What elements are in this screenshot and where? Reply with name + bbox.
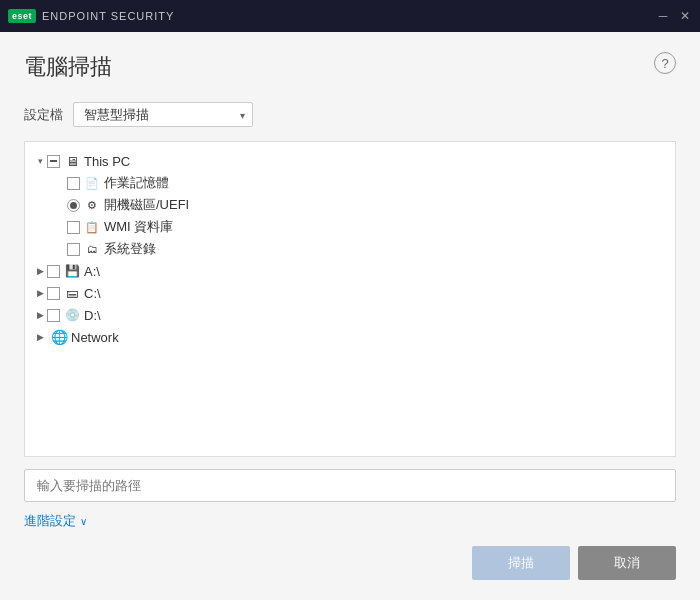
tree-item-drive-d[interactable]: ▶ 💿 D:\: [29, 304, 671, 326]
profile-select[interactable]: 智慧型掃描 深度掃描 自訂掃描: [73, 102, 253, 127]
checkbox-operating-memory[interactable]: [67, 177, 80, 190]
tree-item-this-pc[interactable]: ▾ 🖥 This PC: [29, 150, 671, 172]
close-button[interactable]: ✕: [678, 9, 692, 23]
profile-label: 設定檔: [24, 106, 63, 124]
scan-button[interactable]: 掃描: [472, 546, 570, 580]
app-logo: eset ENDPOINT SECURITY: [8, 9, 174, 23]
drive-d-label: D:\: [84, 308, 101, 323]
checkbox-drive-c[interactable]: [47, 287, 60, 300]
app-title: ENDPOINT SECURITY: [42, 10, 174, 22]
registry-label: 系統登錄: [104, 240, 156, 258]
radio-dot-boot: [70, 202, 77, 209]
profile-row: 設定檔 智慧型掃描 深度掃描 自訂掃描 ▾: [24, 102, 676, 127]
tree-panel[interactable]: ▾ 🖥 This PC 📄 作業記憶體 ⚙ 開機磁區/UEFI: [24, 141, 676, 457]
footer-buttons: 掃描 取消: [24, 546, 676, 580]
advanced-settings-row[interactable]: 進階設定 ∨: [24, 512, 676, 530]
path-input[interactable]: [24, 469, 676, 502]
help-button[interactable]: ?: [654, 52, 676, 74]
wmi-icon: 📋: [84, 219, 100, 235]
drive-a-label: A:\: [84, 264, 100, 279]
expand-this-pc-icon[interactable]: ▾: [33, 154, 47, 168]
tree-item-drive-a[interactable]: ▶ 💾 A:\: [29, 260, 671, 282]
page-title: 電腦掃描: [24, 52, 112, 82]
this-pc-icon: 🖥: [64, 153, 80, 169]
wmi-db-label: WMI 資料庫: [104, 218, 173, 236]
drive-c-label: C:\: [84, 286, 101, 301]
registry-icon: 🗂: [84, 241, 100, 257]
minimize-button[interactable]: ─: [656, 9, 670, 23]
drive-c-icon: 🖴: [64, 285, 80, 301]
expand-drive-c-icon[interactable]: ▶: [33, 286, 47, 300]
profile-select-wrapper[interactable]: 智慧型掃描 深度掃描 自訂掃描 ▾: [73, 102, 253, 127]
titlebar: eset ENDPOINT SECURITY ─ ✕: [0, 0, 700, 32]
expand-network-icon[interactable]: ▶: [33, 330, 47, 344]
expand-drive-a-icon[interactable]: ▶: [33, 264, 47, 278]
partial-check-dash: [50, 160, 57, 162]
tree-item-wmi-db[interactable]: 📋 WMI 資料庫: [29, 216, 671, 238]
checkbox-this-pc[interactable]: [47, 155, 60, 168]
main-content: 電腦掃描 ? 設定檔 智慧型掃描 深度掃描 自訂掃描 ▾ ▾ 🖥 This PC: [0, 32, 700, 600]
titlebar-controls: ─ ✕: [656, 9, 692, 23]
checkbox-drive-a[interactable]: [47, 265, 60, 278]
checkbox-registry[interactable]: [67, 243, 80, 256]
tree-item-boot-sector[interactable]: ⚙ 開機磁區/UEFI: [29, 194, 671, 216]
operating-memory-label: 作業記憶體: [104, 174, 169, 192]
tree-item-network[interactable]: ▶ 🌐 Network: [29, 326, 671, 348]
page-header: 電腦掃描 ?: [24, 52, 676, 82]
network-icon: 🌐: [51, 329, 67, 345]
boot-sector-label: 開機磁區/UEFI: [104, 196, 189, 214]
path-input-container: [24, 469, 676, 502]
drive-a-icon: 💾: [64, 263, 80, 279]
eset-logo-text: eset: [8, 9, 36, 23]
memory-icon: 📄: [84, 175, 100, 191]
checkbox-drive-d[interactable]: [47, 309, 60, 322]
tree-item-drive-c[interactable]: ▶ 🖴 C:\: [29, 282, 671, 304]
tree-item-registry[interactable]: 🗂 系統登錄: [29, 238, 671, 260]
checkbox-wmi-db[interactable]: [67, 221, 80, 234]
boot-icon: ⚙: [84, 197, 100, 213]
drive-d-icon: 💿: [64, 307, 80, 323]
this-pc-label: This PC: [84, 154, 130, 169]
network-label: Network: [71, 330, 119, 345]
tree-item-operating-memory[interactable]: 📄 作業記憶體: [29, 172, 671, 194]
advanced-settings-arrow-icon: ∨: [80, 516, 87, 527]
checkbox-boot-sector[interactable]: [67, 199, 80, 212]
cancel-button[interactable]: 取消: [578, 546, 676, 580]
expand-drive-d-icon[interactable]: ▶: [33, 308, 47, 322]
advanced-settings-label[interactable]: 進階設定: [24, 512, 76, 530]
